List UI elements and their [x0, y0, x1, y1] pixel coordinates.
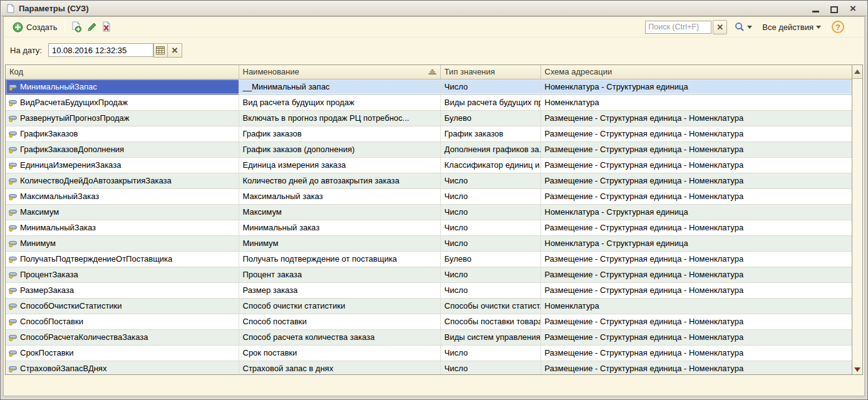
cell-name[interactable]: Размер заказа: [239, 282, 440, 298]
table-row[interactable]: СпособПоставкиСпособ поставкиСпособы пос…: [6, 314, 852, 329]
cell-schema[interactable]: Размещение - Структурная единица - Номен…: [540, 282, 852, 298]
cell-schema[interactable]: Номенклатура: [540, 298, 852, 314]
cell-name[interactable]: Вид расчета будущих продаж: [239, 95, 440, 110]
cell-type[interactable]: Классификатор единиц и...: [440, 157, 540, 173]
cell-type[interactable]: График заказов: [440, 126, 540, 141]
cell-name[interactable]: Способ расчета количества заказа: [239, 329, 440, 345]
cell-schema[interactable]: Размещение - Структурная единица - Номен…: [540, 345, 852, 361]
cell-code[interactable]: ЕдиницаИзмеренияЗаказа: [6, 157, 239, 173]
table-row[interactable]: СрокПоставкиСрок поставкиЧислоРазмещение…: [6, 345, 852, 361]
column-header-type[interactable]: Тип значения: [440, 65, 540, 79]
search-clear-button[interactable]: ✕: [713, 20, 727, 34]
cell-name[interactable]: Процент заказа: [239, 267, 440, 282]
date-input[interactable]: [48, 43, 153, 57]
date-picker-button[interactable]: [153, 43, 168, 58]
cell-type[interactable]: Число: [440, 173, 540, 188]
table-row[interactable]: СпособОчисткиСтатистикиСпособ очистки ст…: [6, 298, 852, 314]
cell-name[interactable]: Способ поставки: [239, 314, 440, 329]
cell-name[interactable]: Страховой запас в днях: [239, 361, 440, 374]
minimize-button[interactable]: [810, 4, 820, 13]
cell-code[interactable]: МаксимальныйЗаказ: [6, 188, 239, 204]
cell-code[interactable]: ГрафикЗаказов: [6, 126, 239, 141]
table-row[interactable]: ЕдиницаИзмеренияЗаказаЕдиница измерения …: [6, 157, 852, 173]
cell-type[interactable]: Булево: [440, 110, 540, 126]
cell-code[interactable]: ПолучатьПодтверждениеОтПоставщика: [6, 251, 239, 267]
close-button[interactable]: ×: [848, 4, 858, 13]
table-row[interactable]: ПроцентЗаказаПроцент заказаЧислоРазмещен…: [6, 267, 852, 282]
column-header-code[interactable]: Код: [6, 65, 239, 79]
cell-type[interactable]: Число: [440, 345, 540, 361]
cell-name[interactable]: График заказов (дополнения): [239, 141, 440, 157]
cell-name[interactable]: Максимум: [239, 204, 440, 220]
create-button[interactable]: Создать: [9, 19, 61, 35]
cell-code[interactable]: МинимальныйЗаказ: [6, 220, 239, 235]
cell-code[interactable]: РазвернутыйПрогнозПродаж: [6, 110, 239, 126]
table-row[interactable]: ПолучатьПодтверждениеОтПоставщикаПолучат…: [6, 251, 852, 267]
cell-schema[interactable]: Размещение - Структурная единица - Номен…: [540, 329, 852, 345]
cell-name[interactable]: Минимум: [239, 235, 440, 251]
cell-name[interactable]: Получать подтверждение от поставщика: [239, 251, 440, 267]
cell-type[interactable]: Число: [440, 188, 540, 204]
table-row[interactable]: МинимумМинимумЧислоНоменклатура - Структ…: [6, 235, 852, 251]
vertical-scrollbar[interactable]: [852, 65, 862, 374]
cell-type[interactable]: Булево: [440, 251, 540, 267]
cell-schema[interactable]: Размещение - Структурная единица - Номен…: [540, 220, 852, 235]
cell-name[interactable]: Включать в прогноз продаж РЦ потребнос..…: [239, 110, 440, 126]
scrollbar-track[interactable]: [852, 79, 862, 364]
delete-button[interactable]: [99, 19, 114, 34]
cell-schema[interactable]: Номенклатура - Структурная единица: [540, 235, 852, 251]
cell-code[interactable]: СпособРасчетаКоличестваЗаказа: [6, 329, 239, 345]
cell-type[interactable]: Число: [440, 204, 540, 220]
cell-schema[interactable]: Размещение - Структурная единица - Номен…: [540, 361, 852, 374]
cell-code[interactable]: ПроцентЗаказа: [6, 267, 239, 282]
cell-name[interactable]: Единица измерения заказа: [239, 157, 440, 173]
cell-schema[interactable]: Номенклатура - Структурная единица: [540, 79, 852, 95]
cell-schema[interactable]: Размещение - Структурная единица - Номен…: [540, 314, 852, 329]
edit-button[interactable]: [84, 19, 99, 34]
cell-schema[interactable]: Размещение - Структурная единица - Номен…: [540, 188, 852, 204]
cell-type[interactable]: Виды систем управления ...: [440, 329, 540, 345]
cell-code[interactable]: СтраховойЗапасВДнях: [6, 361, 239, 374]
cell-type[interactable]: Способы очистки статист...: [440, 298, 540, 314]
cell-name[interactable]: __Минимальный запас: [239, 79, 440, 95]
table-row[interactable]: ГрафикЗаказовГрафик заказовГрафик заказо…: [6, 126, 852, 141]
cell-name[interactable]: Количество дней до автозакрытия заказа: [239, 173, 440, 188]
cell-code[interactable]: ВидРасчетаБудущихПродаж: [6, 95, 239, 110]
cell-name[interactable]: Максимальный заказ: [239, 188, 440, 204]
cell-type[interactable]: Число: [440, 361, 540, 374]
table-row[interactable]: МинимальныйЗапас__Минимальный запасЧисло…: [6, 79, 852, 95]
table-row[interactable]: МаксимальныйЗаказМаксимальный заказЧисло…: [6, 188, 852, 204]
table-row[interactable]: РазмерЗаказаРазмер заказаЧислоРазмещение…: [6, 282, 852, 298]
cell-code[interactable]: КоличествоДнейДоАвтозакрытияЗаказа: [6, 173, 239, 188]
cell-name[interactable]: Минимальный заказ: [239, 220, 440, 235]
cell-type[interactable]: Число: [440, 267, 540, 282]
column-header-name[interactable]: Наименование: [239, 65, 440, 79]
cell-schema[interactable]: Размещение - Структурная единица - Номен…: [540, 173, 852, 188]
table-row[interactable]: МинимальныйЗаказМинимальный заказЧислоРа…: [6, 220, 852, 235]
cell-code[interactable]: СрокПоставки: [6, 345, 239, 361]
cell-code[interactable]: РазмерЗаказа: [6, 282, 239, 298]
cell-type[interactable]: Число: [440, 282, 540, 298]
date-clear-button[interactable]: ✕: [168, 43, 182, 58]
search-menu-button[interactable]: [732, 20, 755, 34]
copy-button[interactable]: [69, 19, 84, 34]
table-row[interactable]: РазвернутыйПрогнозПродажВключать в прогн…: [6, 110, 852, 126]
cell-code[interactable]: СпособОчисткиСтатистики: [6, 298, 239, 314]
cell-type[interactable]: Число: [440, 235, 540, 251]
table-row[interactable]: КоличествоДнейДоАвтозакрытияЗаказаКоличе…: [6, 173, 852, 188]
cell-schema[interactable]: Номенклатура: [540, 95, 852, 110]
cell-schema[interactable]: Размещение - Структурная единица - Номен…: [540, 267, 852, 282]
cell-type[interactable]: Способы поставки товара: [440, 314, 540, 329]
table-row[interactable]: ГрафикЗаказовДополненияГрафик заказов (д…: [6, 141, 852, 157]
cell-schema[interactable]: Размещение - Структурная единица - Номен…: [540, 141, 852, 157]
table-row[interactable]: ВидРасчетаБудущихПродажВид расчета будущ…: [6, 95, 852, 110]
cell-type[interactable]: Число: [440, 220, 540, 235]
table-row[interactable]: МаксимумМаксимумЧислоНоменклатура - Стру…: [6, 204, 852, 220]
maximize-button[interactable]: [829, 4, 839, 13]
cell-name[interactable]: Срок поставки: [239, 345, 440, 361]
cell-code[interactable]: Максимум: [6, 204, 239, 220]
cell-schema[interactable]: Номенклатура - Структурная единица: [540, 204, 852, 220]
cell-name[interactable]: Способ очистки статистики: [239, 298, 440, 314]
search-input[interactable]: [645, 21, 711, 34]
cell-code[interactable]: МинимальныйЗапас: [6, 79, 239, 95]
